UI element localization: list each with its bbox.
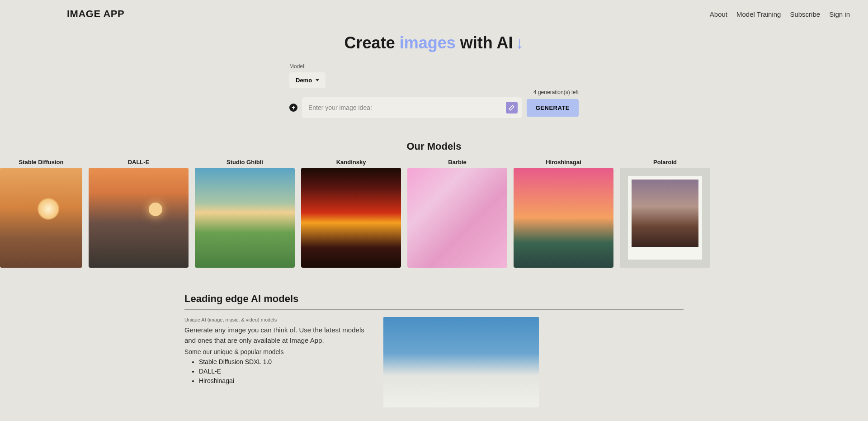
- list-item: Stable Diffusion SDXL 1.0: [199, 357, 365, 367]
- model-card-ghibli[interactable]: Studio Ghibli: [195, 159, 295, 268]
- model-name: Kandinsky: [301, 159, 401, 166]
- model-name: Studio Ghibli: [195, 159, 295, 166]
- leading-edge-title: Leading edge AI models: [184, 293, 684, 310]
- popular-models-list: Stable Diffusion SDXL 1.0 DALL-E Hiroshi…: [184, 357, 365, 386]
- model-name: DALL-E: [89, 159, 189, 166]
- add-button[interactable]: +: [289, 104, 297, 112]
- magic-wand-button[interactable]: [506, 102, 518, 114]
- hero-highlight: images: [400, 33, 456, 52]
- model-thumbnail: [89, 168, 189, 268]
- generate-button[interactable]: GENERATE: [527, 99, 579, 117]
- leading-subhead: Unique AI (image, music, & video) models: [184, 317, 365, 322]
- wand-icon: [509, 104, 515, 111]
- nav-model-training[interactable]: Model Training: [736, 10, 781, 18]
- prompt-input[interactable]: [308, 104, 506, 111]
- popular-models-label: Some our unique & popular models: [184, 348, 365, 355]
- list-item: DALL-E: [199, 367, 365, 376]
- generations-left: 4 generation(s) left: [289, 89, 579, 95]
- leading-description: Generate any image you can think of. Use…: [184, 325, 365, 345]
- model-name: Polaroid: [620, 159, 710, 166]
- models-carousel: Stable Diffusion DALL-E Studio Ghibli Ka…: [0, 159, 868, 268]
- model-name: Barbie: [407, 159, 507, 166]
- nav-signin[interactable]: Sign in: [829, 10, 850, 18]
- model-card-stable-diffusion[interactable]: Stable Diffusion: [0, 159, 82, 268]
- our-models-title: Our Models: [0, 141, 868, 152]
- model-card-polaroid[interactable]: Polaroid: [620, 159, 710, 268]
- model-thumbnail: [514, 168, 613, 268]
- model-thumbnail: [301, 168, 401, 268]
- list-item: Hiroshinagai: [199, 376, 365, 386]
- caret-down-icon: [316, 79, 319, 81]
- model-thumbnail: [0, 168, 82, 268]
- prompt-input-container: [302, 97, 522, 118]
- model-select[interactable]: Demo: [289, 72, 326, 88]
- top-nav: About Model Training Subscribe Sign in: [710, 10, 850, 18]
- model-name: Hiroshinagai: [514, 159, 613, 166]
- model-card-hiroshinagai[interactable]: Hiroshinagai: [514, 159, 613, 268]
- arrow-down-icon: ↓: [515, 33, 524, 52]
- model-thumbnail: [195, 168, 295, 268]
- app-logo[interactable]: IMAGE APP: [67, 8, 124, 20]
- plus-icon: +: [292, 104, 295, 111]
- model-name: Stable Diffusion: [0, 159, 82, 166]
- model-select-value: Demo: [296, 77, 312, 84]
- hero-title: Create images with AI↓: [0, 33, 868, 52]
- model-thumbnail: [407, 168, 507, 268]
- model-card-dalle[interactable]: DALL-E: [89, 159, 189, 268]
- leading-section-image: [383, 317, 539, 407]
- model-card-barbie[interactable]: Barbie: [407, 159, 507, 268]
- nav-about[interactable]: About: [710, 10, 727, 18]
- nav-subscribe[interactable]: Subscribe: [790, 10, 820, 18]
- model-card-kandinsky[interactable]: Kandinsky: [301, 159, 401, 268]
- model-label: Model:: [289, 63, 579, 70]
- model-thumbnail: [620, 168, 710, 268]
